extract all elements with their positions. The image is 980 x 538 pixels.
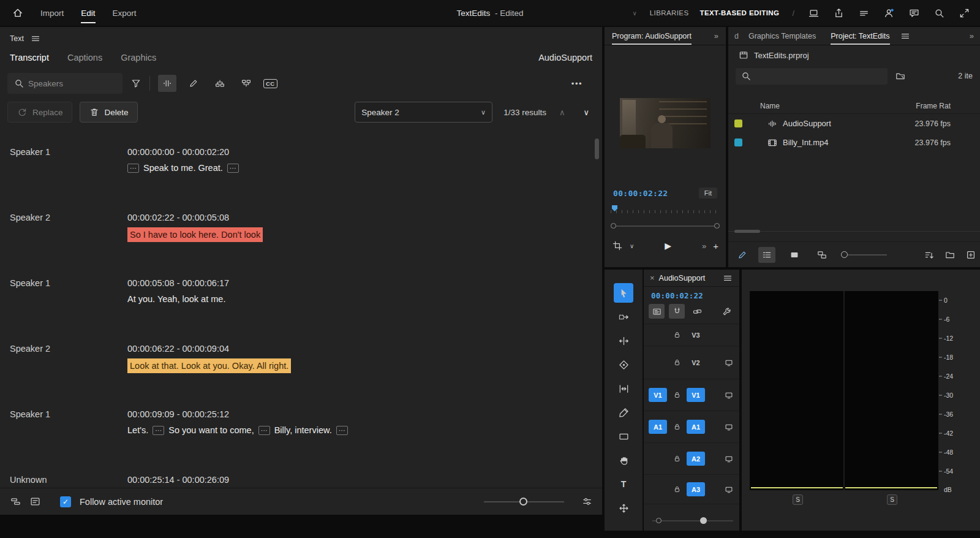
track-monitor-icon[interactable]: [723, 422, 734, 433]
thumbnail-zoom-slider[interactable]: [841, 251, 887, 258]
project-search-input[interactable]: [755, 72, 829, 81]
chevron-down-icon[interactable]: ∨: [630, 243, 634, 249]
icon-view-button[interactable]: [786, 247, 803, 263]
lock-icon[interactable]: [671, 484, 682, 495]
clipped-tab[interactable]: d: [734, 32, 739, 40]
panel-overflow-icon[interactable]: »: [970, 31, 974, 40]
track-row-v3[interactable]: V3: [644, 324, 739, 346]
track-row-v1[interactable]: V1V1: [644, 379, 739, 411]
menu-tab-export[interactable]: Export: [113, 9, 137, 18]
speaker-filter-dropdown[interactable]: Speaker 2 ∨: [355, 102, 492, 123]
playhead[interactable]: [612, 205, 617, 211]
comments-icon[interactable]: [908, 7, 920, 19]
transcript-row[interactable]: Speaker 100:00:09:09 - 00:00:25:12Let's.…: [0, 403, 594, 469]
track-target-v1[interactable]: V1: [687, 388, 705, 402]
search-box[interactable]: [7, 73, 123, 94]
program-zoom-scrollbar[interactable]: [611, 223, 720, 229]
tab-graphics-templates[interactable]: Graphics Templates: [748, 28, 816, 45]
source-patch-a1[interactable]: A1: [649, 420, 667, 434]
lock-icon[interactable]: [671, 422, 682, 433]
track-target-a1[interactable]: A1: [687, 420, 705, 434]
track-target-v2[interactable]: V2: [687, 359, 705, 366]
panel-title[interactable]: Text: [10, 34, 24, 43]
timeline-timecode[interactable]: 00:00:02:22: [644, 287, 739, 303]
slider-knob[interactable]: [519, 498, 527, 506]
transcript-sentence[interactable]: Let's.: [127, 424, 148, 437]
text-size-slider[interactable]: [484, 498, 564, 506]
new-item-icon[interactable]: [965, 249, 976, 260]
tab-project-textedits[interactable]: Project: TextEdits: [831, 28, 889, 45]
fullscreen-icon[interactable]: [958, 7, 970, 19]
delete-button[interactable]: Delete: [80, 102, 138, 123]
scrollbar-thumb[interactable]: [700, 517, 707, 524]
crop-icon[interactable]: [612, 240, 623, 251]
audio-meter-display[interactable]: [750, 291, 938, 490]
track-row-a2[interactable]: A2: [644, 443, 739, 475]
freeform-view-button[interactable]: [813, 247, 831, 263]
caption-text-icon[interactable]: [29, 496, 40, 507]
list-view-button[interactable]: [758, 247, 775, 263]
lock-icon[interactable]: [671, 390, 682, 401]
edit-transcript-button[interactable]: [184, 75, 203, 92]
selection-tool[interactable]: [614, 283, 633, 303]
filter-icon[interactable]: [130, 78, 141, 89]
track-row-a3[interactable]: A3: [644, 475, 739, 504]
track-row-a1[interactable]: A1A1: [644, 411, 739, 443]
hand-tool[interactable]: [614, 450, 633, 470]
track-select-forward-tool[interactable]: [614, 307, 633, 327]
workspace-libraries[interactable]: LIBRARIES: [650, 9, 689, 17]
panel-menu-icon[interactable]: [722, 273, 733, 284]
more-options-icon[interactable]: •••: [571, 79, 595, 88]
track-target-a2[interactable]: A2: [687, 452, 705, 466]
workspace-overflow-icon[interactable]: ∨: [632, 10, 636, 17]
search-highlight[interactable]: So I have to look here. Don't look: [127, 227, 263, 242]
tab-program[interactable]: Program: AudioSupport: [612, 28, 692, 45]
project-item-row[interactable]: Billy_Int.mp423.976 fps: [728, 133, 980, 152]
slip-tool[interactable]: [614, 379, 633, 398]
panel-menu-icon[interactable]: [30, 33, 41, 44]
transform-tool[interactable]: [614, 498, 633, 518]
play-button[interactable]: ▶: [665, 241, 671, 251]
tab-overflow-icon[interactable]: »: [714, 31, 718, 40]
column-header-framerate[interactable]: Frame Rat: [916, 102, 951, 110]
tab-graphics[interactable]: Graphics: [121, 53, 156, 63]
workspaces-icon[interactable]: [858, 7, 870, 19]
program-timecode[interactable]: 00:00:02:22: [613, 189, 668, 198]
transcript-row[interactable]: Speaker 100:00:00:00 - 00:00:02:20⋯Speak…: [0, 141, 594, 206]
pause-gap-chip[interactable]: ⋯: [153, 426, 164, 435]
track-monitor-icon[interactable]: [723, 357, 734, 368]
transcript-scrollbar[interactable]: [595, 138, 599, 159]
menu-tab-import[interactable]: Import: [40, 9, 64, 18]
project-file-name[interactable]: TextEdits.prproj: [754, 51, 809, 60]
scrollbar-thumb[interactable]: [734, 230, 760, 233]
previous-result-button[interactable]: ∧: [554, 108, 571, 117]
project-item-row[interactable]: AudioSupport23.976 fps: [728, 114, 980, 133]
lock-icon[interactable]: [671, 453, 682, 464]
timeline-zoom-scrollbar[interactable]: [652, 517, 733, 525]
transcript-sentence[interactable]: Billy, interview.: [274, 424, 332, 437]
pause-gap-chip[interactable]: ⋯: [127, 164, 139, 173]
scrollbar-handle-left[interactable]: [611, 223, 616, 229]
transcript-row[interactable]: Unknown00:00:25:14 - 00:00:26:09: [0, 469, 594, 488]
program-video-preview[interactable]: [620, 98, 710, 148]
slider-knob[interactable]: [841, 251, 848, 258]
transcript-sentence[interactable]: Speak to me. Great.: [143, 162, 223, 175]
panel-menu-icon[interactable]: [900, 31, 911, 42]
razor-tool[interactable]: [614, 355, 633, 374]
fit-dropdown[interactable]: Fit: [699, 188, 717, 199]
label-color-chip[interactable]: [734, 119, 742, 127]
label-color-chip[interactable]: [734, 138, 742, 146]
scrollbar-handle-right[interactable]: [714, 223, 720, 229]
pen-tool[interactable]: [614, 403, 633, 422]
snap-toggle[interactable]: [669, 304, 685, 319]
column-header-name[interactable]: Name: [760, 102, 780, 110]
button-editor-icon[interactable]: +: [713, 241, 718, 251]
ripple-edit-tool[interactable]: [614, 331, 633, 350]
close-sequence-icon[interactable]: ×: [650, 273, 655, 282]
transcript-sentence[interactable]: So you want to come,: [168, 424, 254, 437]
search-highlight[interactable]: Look at that. Look at you. Okay. All rig…: [127, 358, 291, 373]
transcript-sentence[interactable]: At you. Yeah, look at me.: [127, 293, 225, 306]
project-search-box[interactable]: [736, 68, 888, 85]
pause-gap-chip[interactable]: ⋯: [258, 426, 270, 435]
menu-tab-edit[interactable]: Edit: [81, 9, 95, 18]
